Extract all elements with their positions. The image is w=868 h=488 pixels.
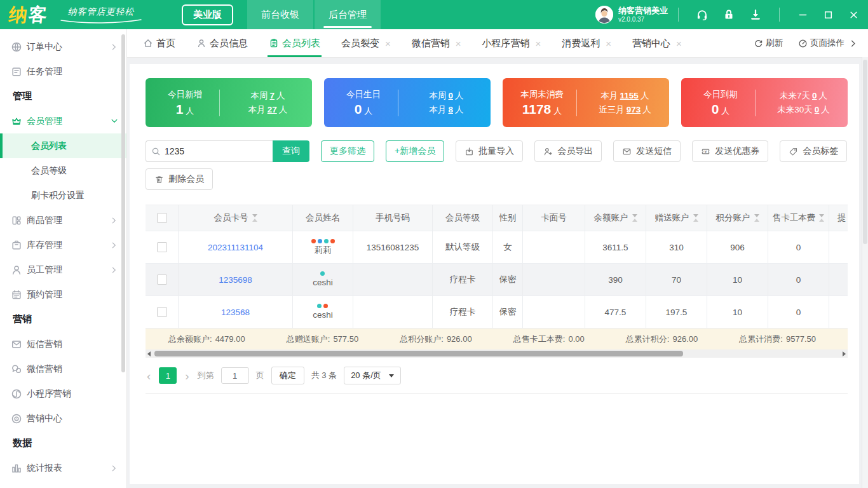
topnav-front-cashier[interactable]: 前台收银: [247, 0, 313, 29]
sort-icons[interactable]: [754, 214, 759, 222]
select-all-checkbox[interactable]: [157, 213, 167, 223]
search-input[interactable]: [165, 146, 268, 156]
stat-card-title: 本周未消费: [512, 89, 573, 100]
stat-card-expire-today[interactable]: 今日到期 0人 未来7天0人 未来30天0人: [681, 78, 848, 127]
member-card-link[interactable]: 202311131104: [208, 243, 263, 252]
horizontal-scrollbar[interactable]: [146, 349, 848, 358]
goto-page-input[interactable]: [221, 367, 249, 384]
tab-consume-rebate[interactable]: 消费返利 ×: [562, 29, 611, 57]
page-scrollbar[interactable]: [862, 57, 868, 488]
sidebar-item-marketing-center[interactable]: 营销中心: [0, 406, 126, 431]
table-row[interactable]: 202311131104 莉莉 13516081235 默认等级 女: [146, 231, 848, 264]
home-icon: [143, 38, 153, 48]
sidebar-item-member-level[interactable]: 会员等级: [0, 158, 126, 183]
sidebar-item-wechat-marketing[interactable]: 微信营销: [0, 356, 126, 381]
tab-member-info[interactable]: 会员信息: [196, 29, 248, 57]
sort-icons[interactable]: [819, 214, 824, 222]
member-name-cell: ceshi: [313, 271, 333, 288]
tab-close-icon[interactable]: ×: [606, 39, 611, 48]
col-header-gift[interactable]: 赠送账户: [646, 205, 707, 231]
tab-close-icon[interactable]: ×: [536, 39, 541, 48]
tab-close-icon[interactable]: ×: [456, 39, 461, 48]
horizontal-scrollbar-thumb[interactable]: [154, 351, 683, 356]
stat-card-value: 1178人: [512, 102, 573, 117]
next-page-button[interactable]: ›: [184, 370, 190, 382]
stat-card-new-today[interactable]: 今日新增 1人 本周7人 本月27人: [146, 78, 312, 127]
page-scrollbar-thumb[interactable]: [863, 60, 867, 244]
sidebar-item-label: 预约管理: [27, 289, 62, 301]
prev-page-button[interactable]: ‹: [146, 370, 152, 382]
tab-member-fission[interactable]: 会员裂变 ×: [341, 29, 391, 57]
current-page-button[interactable]: 1: [159, 367, 177, 384]
member-card-link[interactable]: 123568: [221, 308, 250, 317]
sidebar-scrollbar[interactable]: [121, 34, 125, 372]
table-row[interactable]: 123568 ceshi 疗程卡 保密: [146, 296, 848, 329]
member-card-link[interactable]: 1235698: [219, 275, 252, 285]
send-sms-button[interactable]: 发送短信: [613, 140, 681, 162]
sidebar-item-appointment-manage[interactable]: 预约管理: [0, 282, 126, 307]
sidebar-item-order-center[interactable]: 订单中心: [0, 34, 126, 59]
batch-import-button[interactable]: 批量导入: [456, 140, 523, 162]
stat-card-main: 今日新增 1人: [154, 89, 215, 117]
sidebar-item-sms-marketing[interactable]: 短信营销: [0, 332, 126, 356]
tab-miniprogram-marketing[interactable]: 小程序营销 ×: [482, 29, 541, 57]
maximize-button[interactable]: [818, 5, 837, 24]
sort-icons[interactable]: [693, 214, 698, 222]
sort-icons[interactable]: [632, 214, 637, 222]
scroll-right-arrow-icon[interactable]: [843, 351, 846, 356]
lock-icon[interactable]: [722, 8, 735, 21]
scroll-left-arrow-icon[interactable]: [147, 351, 151, 356]
sidebar-item-statistics-report[interactable]: 统计报表: [0, 456, 126, 480]
edition-button[interactable]: 美业版: [182, 4, 233, 25]
sidebar-item-member-list[interactable]: 会员列表: [0, 133, 126, 158]
stat-card-no-consume-week[interactable]: 本周未消费 1178人 本月1155人 近三月973人: [503, 78, 669, 127]
page-size-select[interactable]: 20 条/页: [344, 367, 401, 384]
search-button[interactable]: 查询: [273, 140, 309, 162]
confirm-page-button[interactable]: 确定: [271, 367, 304, 384]
row-checkbox[interactable]: [157, 274, 167, 285]
col-header-balance[interactable]: 余额账户: [585, 205, 646, 231]
tab-close-icon[interactable]: ×: [676, 39, 682, 48]
coupon-icon: [701, 147, 710, 156]
sidebar-item-member-manage[interactable]: 会员管理: [0, 109, 126, 133]
topnav-back-manage[interactable]: 后台管理: [315, 0, 381, 29]
row-checkbox[interactable]: [157, 307, 167, 317]
member-points: 10: [707, 296, 768, 328]
refresh-button[interactable]: 刷新: [754, 37, 783, 49]
sidebar-item-staff-manage[interactable]: 员工管理: [0, 257, 126, 282]
tab-home[interactable]: 首页: [143, 29, 175, 57]
sidebar-item-partial[interactable]: [0, 480, 126, 488]
sidebar-item-miniprogram-marketing[interactable]: 小程序营销: [0, 381, 126, 406]
summary-label: 总售卡工本费:: [513, 334, 566, 344]
close-button[interactable]: [844, 5, 863, 24]
stat-card-birthday-today[interactable]: 今日生日 0人 本周0人 本月8人: [324, 78, 491, 127]
member-export-button[interactable]: 会员导出: [534, 140, 602, 162]
tab-member-list[interactable]: 会员列表: [269, 29, 320, 57]
delete-member-button[interactable]: 删除会员: [146, 168, 213, 190]
col-header-card-fee[interactable]: 售卡工本费: [768, 205, 829, 231]
tab-marketing-center[interactable]: 营销中心 ×: [632, 29, 682, 57]
sidebar-item-stock-manage[interactable]: 库存管理: [0, 233, 126, 257]
download-icon[interactable]: [749, 8, 762, 21]
tab-close-icon[interactable]: ×: [385, 39, 391, 48]
tab-wechat-marketing[interactable]: 微信营销 ×: [412, 29, 461, 57]
sidebar-item-label: 小程序营销: [27, 388, 71, 400]
col-header-points[interactable]: 积分账户: [707, 205, 768, 231]
sidebar-section-marketing: 营销: [0, 307, 126, 332]
logo-char-accent: 纳: [8, 4, 29, 25]
minimize-button[interactable]: [793, 5, 812, 24]
col-header-card-no[interactable]: 会员卡号: [179, 205, 293, 231]
sidebar-item-goods-manage[interactable]: 商品管理: [0, 208, 126, 233]
table-row[interactable]: 1235698 ceshi 疗程卡 保密: [146, 264, 848, 296]
member-tag-button[interactable]: 会员标签: [780, 140, 847, 162]
page-actions-button[interactable]: 页面操作: [798, 37, 858, 49]
more-filter-button[interactable]: 更多筛选: [321, 140, 374, 162]
row-checkbox[interactable]: [157, 242, 167, 252]
send-coupon-button[interactable]: 发送优惠券: [692, 140, 768, 162]
add-member-button[interactable]: +新增会员: [386, 140, 444, 162]
sort-icons[interactable]: [252, 214, 257, 222]
customer-service-icon[interactable]: [696, 8, 709, 21]
user-box[interactable]: 纳客营销美业 v2.0.0.37: [595, 6, 668, 24]
sidebar-item-card-points-setting[interactable]: 刷卡积分设置: [0, 183, 126, 208]
sidebar-item-task-manage[interactable]: 任务管理: [0, 59, 126, 84]
